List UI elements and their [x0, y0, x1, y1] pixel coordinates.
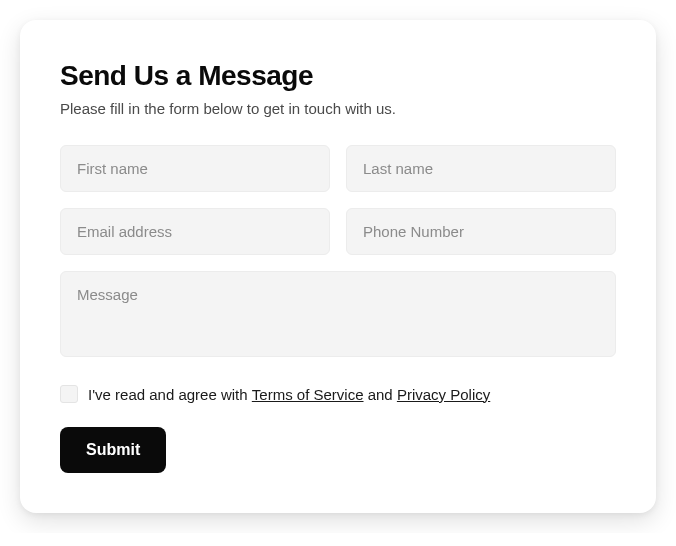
- form-subtitle: Please fill in the form below to get in …: [60, 100, 616, 117]
- privacy-link[interactable]: Privacy Policy: [397, 386, 490, 403]
- form-title: Send Us a Message: [60, 60, 616, 92]
- email-input[interactable]: [60, 208, 330, 255]
- message-textarea[interactable]: [60, 271, 616, 357]
- first-name-input[interactable]: [60, 145, 330, 192]
- consent-row: I've read and agree with Terms of Servic…: [60, 385, 616, 403]
- consent-prefix: I've read and agree with: [88, 386, 252, 403]
- consent-mid: and: [364, 386, 397, 403]
- contact-form-card: Send Us a Message Please fill in the for…: [20, 20, 656, 513]
- tos-link[interactable]: Terms of Service: [252, 386, 364, 403]
- consent-checkbox[interactable]: [60, 385, 78, 403]
- consent-text: I've read and agree with Terms of Servic…: [88, 386, 490, 403]
- submit-button[interactable]: Submit: [60, 427, 166, 473]
- name-row: [60, 145, 616, 192]
- phone-input[interactable]: [346, 208, 616, 255]
- contact-row: [60, 208, 616, 255]
- last-name-input[interactable]: [346, 145, 616, 192]
